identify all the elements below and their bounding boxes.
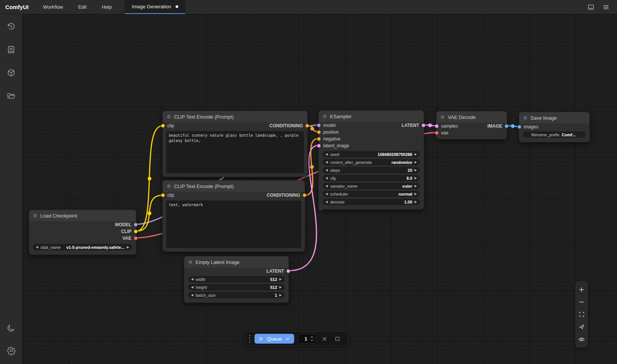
widget-seed[interactable]: ◀ seed 156680208700286 ▶ (322, 151, 420, 157)
widget-ckpt-name[interactable]: ◀ ckpt_name v1-5-pruned-emaonly.safete..… (33, 244, 132, 250)
node-save-image[interactable]: Save Image images filename_prefix ComfyU… (519, 112, 590, 142)
panel-toggle-icon[interactable] (585, 2, 597, 13)
prev-value-arrow-icon[interactable]: ◀ (325, 153, 328, 156)
collapse-dot-icon[interactable] (441, 115, 444, 119)
zoom-in-icon[interactable] (576, 283, 587, 296)
next-value-arrow-icon[interactable]: ▶ (415, 201, 417, 204)
link-dot[interactable] (511, 124, 515, 128)
select-cursor-icon[interactable] (576, 321, 587, 333)
slot-clip-input[interactable] (161, 124, 165, 128)
next-value-arrow-icon[interactable]: ▶ (127, 246, 129, 249)
spin-down-icon[interactable] (310, 339, 314, 342)
drag-handle-icon[interactable] (249, 335, 251, 343)
widget-scheduler[interactable]: ◀ scheduler normal ▶ (322, 191, 420, 197)
clear-x-icon[interactable] (320, 334, 329, 343)
fit-view-icon[interactable] (576, 308, 587, 321)
prev-value-arrow-icon[interactable]: ◀ (191, 286, 193, 289)
negative-prompt-textarea[interactable]: text, watermark (166, 201, 301, 248)
menu-workflow[interactable]: Workflow (35, 0, 71, 14)
node-header[interactable]: Empty Latent Image (184, 256, 288, 268)
slot-positive-input[interactable] (317, 131, 321, 134)
stop-square-icon[interactable] (333, 334, 342, 343)
next-value-arrow-icon[interactable]: ▶ (279, 286, 282, 289)
link-dot[interactable] (148, 177, 151, 180)
slot-model-input[interactable] (317, 124, 321, 127)
prev-value-arrow-icon[interactable]: ◀ (325, 193, 328, 196)
slot-vae-input[interactable] (435, 131, 438, 135)
prev-value-arrow-icon[interactable]: ◀ (325, 177, 328, 180)
widget-control-after-generate[interactable]: ◀ control_after_generate randomize ▶ (322, 159, 420, 165)
node-ksampler[interactable]: KSampler model LATENT positive negative … (318, 110, 424, 210)
node-clip-text-encode-positive[interactable]: CLIP Text Encode (Prompt) clip CONDITION… (162, 111, 308, 177)
next-value-arrow-icon[interactable]: ▶ (415, 193, 417, 196)
widget-batch-size[interactable]: ◀ batch_size 1 ▶ (188, 292, 285, 298)
node-library-icon[interactable] (5, 43, 18, 56)
history-icon[interactable] (5, 20, 18, 33)
widget-width[interactable]: ◀ width 512 ▶ (188, 276, 285, 282)
node-load-checkpoint[interactable]: Load Checkpoint MODEL CLIP VAE ◀ ckpt_na… (29, 210, 136, 255)
slot-conditioning-output[interactable] (305, 124, 309, 128)
queue-button[interactable]: Queue (255, 334, 294, 344)
node-vae-decode[interactable]: VAE Decode samples IMAGE vae (436, 111, 507, 139)
widget-steps[interactable]: ◀ steps 20 ▶ (322, 167, 420, 173)
node-header[interactable]: CLIP Text Encode (Prompt) (163, 180, 305, 192)
next-value-arrow-icon[interactable]: ▶ (415, 153, 417, 156)
next-value-arrow-icon[interactable]: ▶ (415, 185, 417, 188)
prev-value-arrow-icon[interactable]: ◀ (325, 161, 328, 164)
link-dot[interactable] (310, 165, 314, 169)
model-library-icon[interactable] (5, 66, 18, 79)
collapse-dot-icon[interactable] (33, 214, 37, 217)
slot-latent-output[interactable] (287, 270, 290, 273)
node-canvas[interactable]: Load Checkpoint MODEL CLIP VAE ◀ ckpt_na… (23, 14, 617, 364)
spin-up-icon[interactable] (310, 335, 314, 339)
widget-sampler-name[interactable]: ◀ sampler_name euler ▶ (322, 183, 420, 189)
slot-vae-output[interactable] (134, 237, 137, 240)
prev-value-arrow-icon[interactable]: ◀ (325, 169, 328, 172)
node-header[interactable]: CLIP Text Encode (Prompt) (163, 111, 307, 122)
hamburger-menu-icon[interactable] (600, 2, 612, 13)
widget-denoise[interactable]: ◀ denoise 1.00 ▶ (322, 199, 420, 205)
next-value-arrow-icon[interactable]: ▶ (415, 161, 417, 164)
slot-conditioning-output[interactable] (303, 194, 306, 197)
link-dot[interactable] (310, 127, 314, 131)
prev-value-arrow-icon[interactable]: ◀ (36, 246, 38, 249)
prev-value-arrow-icon[interactable]: ◀ (325, 185, 328, 188)
slot-latent-output[interactable] (422, 124, 425, 127)
node-header[interactable]: VAE Decode (437, 111, 507, 123)
toggle-link-visibility-eye-icon[interactable] (576, 333, 587, 345)
node-header[interactable]: Save Image (519, 112, 589, 123)
batch-count-input[interactable]: 1 (298, 334, 316, 344)
slot-clip-input[interactable] (161, 194, 165, 197)
next-value-arrow-icon[interactable]: ▶ (415, 177, 417, 180)
workflows-folder-icon[interactable] (5, 89, 18, 102)
next-value-arrow-icon[interactable]: ▶ (279, 294, 282, 297)
collapse-dot-icon[interactable] (167, 184, 171, 188)
collapse-dot-icon[interactable] (167, 115, 171, 119)
prev-value-arrow-icon[interactable]: ◀ (325, 201, 328, 204)
node-clip-text-encode-negative[interactable]: CLIP Text Encode (Prompt) clip CONDITION… (162, 180, 305, 252)
widget-cfg[interactable]: ◀ cfg 8.0 ▶ (322, 175, 420, 181)
next-value-arrow-icon[interactable]: ▶ (279, 278, 282, 281)
slot-image-output[interactable] (505, 125, 508, 128)
node-empty-latent-image[interactable]: Empty Latent Image LATENT ◀ width 512 ▶ … (184, 256, 289, 303)
slot-model-output[interactable] (134, 223, 137, 227)
collapse-dot-icon[interactable] (323, 114, 327, 118)
next-value-arrow-icon[interactable]: ▶ (415, 169, 417, 172)
slot-latent-image-input[interactable] (317, 144, 321, 148)
zoom-out-icon[interactable] (576, 296, 587, 308)
chevron-down-icon[interactable] (285, 336, 290, 342)
prev-value-arrow-icon[interactable]: ◀ (191, 278, 193, 281)
settings-gear-icon[interactable] (5, 344, 18, 357)
widget-filename-prefix[interactable]: filename_prefix ComfyUI (523, 131, 586, 138)
theme-moon-icon[interactable] (5, 321, 18, 335)
prev-value-arrow-icon[interactable]: ◀ (191, 294, 193, 297)
positive-prompt-textarea[interactable]: beautiful scenery nature glass bottle la… (166, 131, 304, 173)
slot-negative-input[interactable] (317, 137, 321, 141)
menu-help[interactable]: Help (94, 0, 119, 14)
menu-edit[interactable]: Edit (71, 0, 94, 14)
slot-clip-output[interactable] (134, 230, 137, 233)
collapse-dot-icon[interactable] (188, 260, 192, 264)
slot-images-input[interactable] (518, 125, 521, 129)
node-header[interactable]: KSampler (319, 111, 424, 122)
link-dot[interactable] (148, 211, 151, 215)
